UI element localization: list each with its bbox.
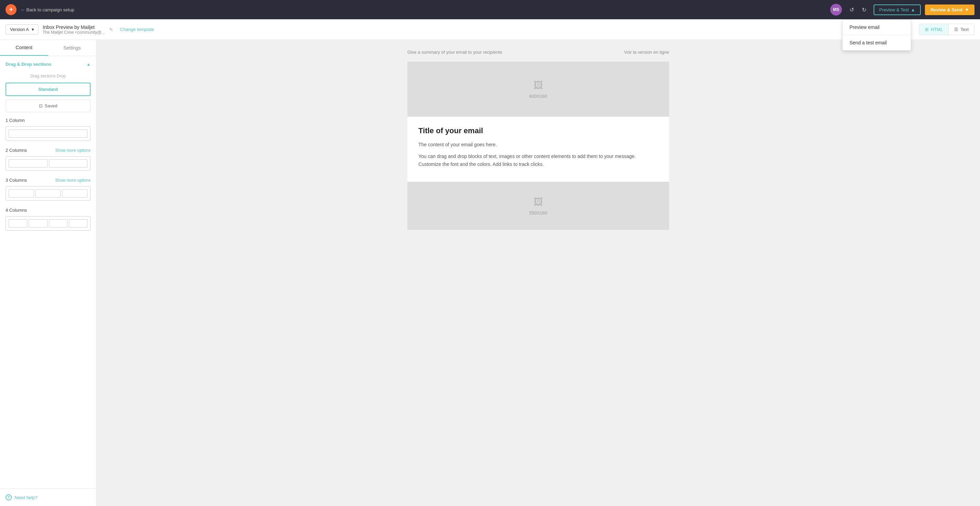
col-block xyxy=(29,219,47,227)
image-icon: 🖼 xyxy=(533,79,543,91)
tab-content[interactable]: Content xyxy=(0,40,48,56)
four-columns-preview[interactable] xyxy=(5,216,91,231)
text-icon: ☰ xyxy=(954,27,958,32)
email-info: Inbox Preview by Mailjet The Mailjet Cre… xyxy=(43,24,105,35)
one-column-label-row: 1 Column xyxy=(5,118,91,123)
help-icon: ? xyxy=(5,494,12,501)
saved-label: Saved xyxy=(45,103,57,108)
preview-email-item[interactable]: Preview email xyxy=(843,20,911,35)
two-columns-label-row: 2 Columns Show more options xyxy=(5,148,91,153)
col-block xyxy=(9,129,88,138)
col-block xyxy=(49,219,67,227)
edit-icon[interactable]: ✎ xyxy=(109,27,113,32)
second-image-placeholder[interactable]: 🖼 550X160 xyxy=(407,182,669,230)
three-columns-label: 3 Columns xyxy=(5,178,27,183)
email-sender: The Mailjet Crew <community@... xyxy=(43,30,105,35)
three-columns-section: 3 Columns Show more options xyxy=(0,178,96,208)
need-help-label: Need help? xyxy=(14,495,38,500)
email-body: 🖼 600X160 Title of your email The conten… xyxy=(407,62,669,230)
four-columns-section: 4 Columns xyxy=(0,208,96,238)
review-send-button[interactable]: Review & Send ▼ xyxy=(925,5,975,15)
two-columns-preview[interactable] xyxy=(5,156,91,171)
sidebar: Content Settings Drag & Drop sections ▲ … xyxy=(0,40,96,506)
summary-text: Give a summary of your email to your rec… xyxy=(407,49,502,55)
avatar: MS xyxy=(830,4,842,16)
col-block xyxy=(9,159,48,168)
text-view-button[interactable]: ☰ Text xyxy=(949,24,974,35)
hero-image-size: 600X160 xyxy=(529,94,547,99)
section-title: Drag & Drop sections xyxy=(5,62,51,67)
two-columns-label: 2 Columns xyxy=(5,148,27,153)
col-block xyxy=(62,189,88,198)
image-icon: 🖼 xyxy=(533,196,543,208)
undo-button[interactable]: ↺ xyxy=(846,4,857,15)
one-column-label: 1 Column xyxy=(5,118,25,123)
email-title: Inbox Preview by Mailjet xyxy=(43,24,105,30)
standard-button[interactable]: Standard xyxy=(5,82,91,96)
hero-image-placeholder[interactable]: 🖼 600X160 xyxy=(407,62,669,117)
email-canvas: Give a summary of your email to your rec… xyxy=(96,40,980,506)
html-label: HTML xyxy=(931,27,943,32)
preview-test-button[interactable]: Preview & Test ▲ xyxy=(873,5,921,15)
three-columns-show-more[interactable]: Show more options xyxy=(55,178,91,183)
second-image-size: 550X160 xyxy=(529,210,547,216)
sub-header: Version A ▾ Inbox Preview by Mailjet The… xyxy=(0,19,980,40)
tab-settings[interactable]: Settings xyxy=(48,40,96,56)
html-icon: ⊞ xyxy=(925,27,929,32)
four-columns-label-row: 4 Columns xyxy=(5,208,91,213)
version-select[interactable]: Version A ▾ xyxy=(5,24,38,35)
one-column-preview[interactable] xyxy=(5,126,91,141)
email-body-line2: You can drag and drop blocks of text, im… xyxy=(418,152,658,168)
view-online-link[interactable]: Voir la version en ligne xyxy=(624,49,669,55)
logo-icon: ✈ xyxy=(5,4,16,15)
three-columns-label-row: 3 Columns Show more options xyxy=(5,178,91,183)
version-label: Version A xyxy=(10,27,29,32)
top-navigation: ✈ ← Back to campaign setup MS ↺ ↻ Previe… xyxy=(0,0,980,19)
three-columns-preview[interactable] xyxy=(5,186,91,201)
two-columns-section: 2 Columns Show more options xyxy=(0,148,96,178)
email-preview-header: Give a summary of your email to your rec… xyxy=(407,47,669,57)
section-chevron-icon: ▲ xyxy=(86,62,91,67)
preview-test-dropdown: Preview email Send a test email xyxy=(842,19,911,51)
redo-button[interactable]: ↻ xyxy=(858,4,869,15)
saved-icon: ⊡ xyxy=(39,103,43,108)
col-block xyxy=(49,159,88,168)
preview-test-label: Preview & Test xyxy=(879,7,909,13)
back-button[interactable]: ← Back to campaign setup xyxy=(21,7,74,13)
preview-test-chevron: ▲ xyxy=(911,7,915,13)
email-heading: Title of your email xyxy=(418,126,658,135)
one-column-section: 1 Column xyxy=(0,118,96,148)
drag-hint: Drag sections Drop xyxy=(5,72,91,82)
saved-button[interactable]: ⊡ Saved xyxy=(5,100,91,112)
two-columns-show-more[interactable]: Show more options xyxy=(55,148,91,153)
col-block xyxy=(35,189,61,198)
html-view-button[interactable]: ⊞ HTML xyxy=(920,24,949,35)
email-body-line1: The content of your email goes here. xyxy=(418,141,658,148)
review-send-label: Review & Send xyxy=(931,7,963,13)
view-toggle: ⊞ HTML ☰ Text xyxy=(919,24,975,35)
send-test-email-item[interactable]: Send a test email xyxy=(843,35,911,50)
sidebar-tabs: Content Settings xyxy=(0,40,96,56)
col-block xyxy=(9,189,34,198)
col-block xyxy=(9,219,27,227)
change-template-link[interactable]: Change template xyxy=(120,27,154,32)
col-block xyxy=(69,219,88,227)
main-layout: Content Settings Drag & Drop sections ▲ … xyxy=(0,40,980,506)
email-text-section[interactable]: Title of your email The content of your … xyxy=(407,117,669,182)
version-chevron-icon: ▾ xyxy=(32,27,34,32)
undo-redo-group: ↺ ↻ xyxy=(846,4,869,15)
four-columns-label: 4 Columns xyxy=(5,208,27,213)
section-header: Drag & Drop sections ▲ xyxy=(5,62,91,67)
review-send-chevron: ▼ xyxy=(964,7,969,13)
need-help-link[interactable]: ? Need help? xyxy=(0,489,96,506)
text-label: Text xyxy=(960,27,969,32)
drag-drop-section: Drag & Drop sections ▲ Drag sections Dro… xyxy=(0,56,96,118)
